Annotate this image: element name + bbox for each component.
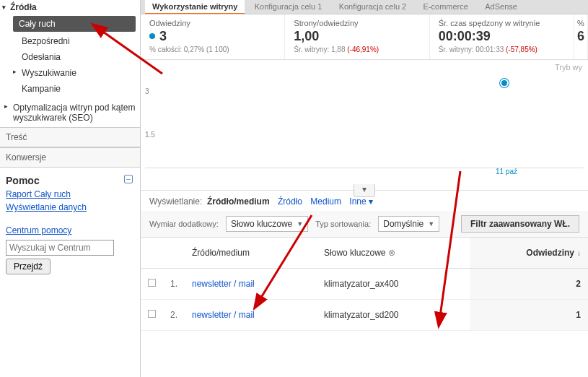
- top-tabs: Wykorzystanie witryny Konfiguracja celu …: [141, 0, 588, 14]
- mode-label: Tryb wy: [141, 60, 588, 72]
- tab-ecommerce[interactable]: E-commerce: [416, 0, 475, 13]
- tab-adsense[interactable]: AdSense: [478, 0, 525, 13]
- nav-section-conversions[interactable]: Konwersje: [0, 147, 140, 168]
- filter-row: Wymiar dodatkowy: Słowo kluczowe▼ Typ so…: [141, 211, 588, 238]
- advanced-filter-button[interactable]: Filtr zaawansowany WŁ.: [461, 215, 579, 233]
- display-opt-source[interactable]: Źródło: [278, 196, 302, 207]
- metric-visits[interactable]: Odwiedziny 3 % całości: 0,27% (1 100): [141, 14, 285, 59]
- metric-time-sub: Śr. witryny: 00:01:33 (-57,85%): [439, 46, 565, 53]
- help-search-input[interactable]: [6, 240, 114, 256]
- metric-visits-sub: % całości: 0,27% (1 100): [149, 46, 276, 53]
- secondary-dim-dropdown[interactable]: Słowo kluczowe▼: [226, 216, 308, 232]
- chart-point[interactable]: [500, 79, 509, 87]
- row-checkbox[interactable]: [148, 310, 156, 318]
- row-keyword: klimatyzator_ax400: [317, 269, 470, 300]
- chart-ytick-3: 3: [145, 87, 149, 95]
- chart-expand-handle[interactable]: ▾: [354, 184, 375, 197]
- caret-down-icon: ▼: [428, 220, 434, 228]
- row-source-link[interactable]: newsletter / mail: [192, 279, 255, 289]
- row-visits: 2: [470, 269, 588, 300]
- sidebar: Źródła Cały ruch Bezpośredni Odesłania W…: [0, 0, 141, 377]
- help-box: Pomoc − Raport Cały ruch Wyświetlanie da…: [0, 168, 140, 282]
- sort-desc-icon: ↓: [577, 249, 581, 257]
- col-visits[interactable]: Odwiedziny↓: [470, 238, 588, 269]
- tab-usage[interactable]: Wykorzystanie witryny: [145, 0, 245, 14]
- row-source-link[interactable]: newsletter / mail: [192, 310, 255, 320]
- metric-pages-value: 1,00: [294, 29, 420, 44]
- col-keyword[interactable]: Słowo kluczowe⊗: [317, 238, 470, 269]
- metric-time-label: Śr. czas spędzony w witrynie: [439, 19, 565, 27]
- caret-down-icon: ▾: [369, 196, 373, 207]
- nav-item-referrals[interactable]: Odesłania: [0, 49, 140, 65]
- metric-pages[interactable]: Strony/odwiedziny 1,00 Śr. witryny: 1,88…: [285, 14, 429, 59]
- row-checkbox[interactable]: [148, 279, 156, 287]
- display-opt-source-medium[interactable]: Źródło/medium: [207, 196, 270, 207]
- nav-item-all-traffic[interactable]: Cały ruch: [13, 16, 136, 32]
- metric-pages-label: Strony/odwiedziny: [294, 19, 420, 27]
- metric-partial: % 6: [574, 14, 588, 59]
- remove-column-icon[interactable]: ⊗: [388, 248, 395, 258]
- chart-ytick-1-5: 1.5: [145, 131, 155, 139]
- tab-goal1[interactable]: Konfiguracja celu 1: [247, 0, 330, 13]
- row-index: 2.: [163, 300, 185, 331]
- nav-item-search[interactable]: Wyszukiwanie: [0, 65, 140, 81]
- main-content: Wykorzystanie witryny Konfiguracja celu …: [141, 0, 588, 377]
- nav-section-sources[interactable]: Źródła: [0, 0, 140, 14]
- display-label: Wyświetlanie:: [149, 196, 202, 207]
- metric-pages-sub: Śr. witryny: 1,88 (-46,91%): [294, 46, 420, 53]
- row-index: 1.: [163, 269, 185, 300]
- row-visits: 1: [470, 300, 588, 331]
- help-link-report[interactable]: Raport Cały ruch: [6, 189, 133, 199]
- help-link-display[interactable]: Wyświetlanie danych: [6, 202, 133, 212]
- sort-type-dropdown[interactable]: Domyślnie▼: [378, 216, 439, 232]
- sort-type-label: Typ sortowania:: [315, 220, 371, 228]
- table-row: 1. newsletter / mail klimatyzator_ax400 …: [141, 269, 588, 300]
- help-link-center[interactable]: Centrum pomocy: [6, 225, 133, 235]
- help-collapse-icon[interactable]: −: [124, 175, 133, 183]
- metric-time-value: 00:00:39: [439, 29, 565, 44]
- chart[interactable]: 3 1.5 11 paź ▾: [141, 72, 588, 191]
- help-title: Pomoc: [6, 175, 40, 186]
- metric-dot-icon: [149, 33, 155, 39]
- tab-goal2[interactable]: Konfiguracja celu 2: [332, 0, 414, 13]
- chart-xtick: 11 paź: [496, 168, 517, 176]
- display-opt-other[interactable]: Inne ▾: [349, 196, 373, 207]
- nav-item-seo[interactable]: Optymalizacja witryn pod kątem wyszukiwa…: [0, 100, 140, 126]
- col-source-medium[interactable]: Źródło/medium: [185, 238, 317, 269]
- chart-baseline: [145, 168, 584, 168]
- nav-item-campaigns[interactable]: Kampanie: [0, 81, 140, 97]
- nav-section-content[interactable]: Treść: [0, 127, 140, 147]
- nav-item-direct[interactable]: Bezpośredni: [0, 33, 140, 49]
- metric-visits-label: Odwiedziny: [149, 19, 276, 27]
- metric-time[interactable]: Śr. czas spędzony w witrynie 00:00:39 Śr…: [430, 14, 574, 59]
- row-keyword: klimatyzator_sd200: [317, 300, 470, 331]
- display-opt-medium[interactable]: Medium: [310, 196, 341, 207]
- table-row: 2. newsletter / mail klimatyzator_sd200 …: [141, 300, 588, 331]
- data-table: Źródło/medium Słowo kluczowe⊗ Odwiedziny…: [141, 238, 588, 331]
- metric-visits-value: 3: [159, 29, 167, 43]
- secondary-dim-label: Wymiar dodatkowy:: [149, 220, 219, 228]
- help-go-button[interactable]: Przejdź: [6, 259, 51, 274]
- caret-down-icon: ▼: [297, 220, 303, 228]
- metrics-row: Odwiedziny 3 % całości: 0,27% (1 100) St…: [141, 14, 588, 60]
